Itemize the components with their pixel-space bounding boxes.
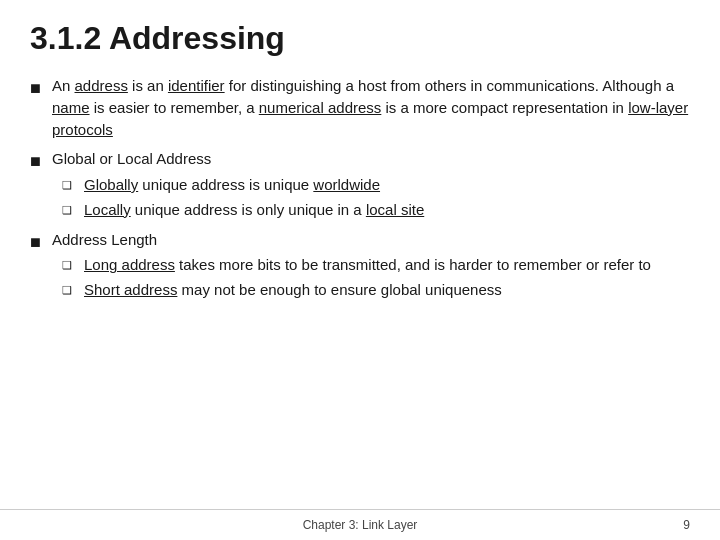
sub-bullet-dot-2-2: ❑: [62, 203, 76, 219]
sub-bullet-3-1: ❑ Long address takes more bits to be tra…: [62, 254, 690, 276]
sub-bullet-text-3-1: Long address takes more bits to be trans…: [84, 254, 690, 276]
sub-bullets-3: ❑ Long address takes more bits to be tra…: [52, 254, 690, 301]
bullet-3-label: Address Length: [52, 231, 157, 248]
sub-bullet-text-3-2: Short address may not be enough to ensur…: [84, 279, 690, 301]
bullet-text-1: An address is an identifier for distingu…: [52, 75, 690, 140]
sub-bullet-text-2-2: Locally unique address is only unique in…: [84, 199, 690, 221]
slide-container: 3.1.2 Addressing ■ An address is an iden…: [0, 0, 720, 540]
sub-bullet-dot-3-2: ❑: [62, 283, 76, 299]
bullet-dot-1: ■: [30, 77, 44, 100]
footer-chapter-label: Chapter 3: Link Layer: [30, 518, 690, 532]
bullet-item-1: ■ An address is an identifier for distin…: [30, 75, 690, 140]
bullet-dot-3: ■: [30, 231, 44, 254]
slide-footer: Chapter 3: Link Layer 9: [0, 509, 720, 540]
content-area: ■ An address is an identifier for distin…: [30, 75, 690, 530]
sub-bullet-3-2: ❑ Short address may not be enough to ens…: [62, 279, 690, 301]
sub-bullet-2-2: ❑ Locally unique address is only unique …: [62, 199, 690, 221]
sub-bullet-2-1: ❑ Globally unique address is unique worl…: [62, 174, 690, 196]
bullet-item-2: ■ Global or Local Address ❑ Globally uni…: [30, 148, 690, 220]
bullet-text-2: Global or Local Address ❑ Globally uniqu…: [52, 148, 690, 220]
bullet-dot-2: ■: [30, 150, 44, 173]
bullet-2-label: Global or Local Address: [52, 150, 211, 167]
sub-bullet-dot-3-1: ❑: [62, 258, 76, 274]
footer-page-number: 9: [683, 518, 690, 532]
sub-bullets-2: ❑ Globally unique address is unique worl…: [52, 174, 690, 221]
bullet-item-3: ■ Address Length ❑ Long address takes mo…: [30, 229, 690, 301]
bullet-text-3: Address Length ❑ Long address takes more…: [52, 229, 690, 301]
sub-bullet-dot-2-1: ❑: [62, 178, 76, 194]
sub-bullet-text-2-1: Globally unique address is unique worldw…: [84, 174, 690, 196]
slide-title: 3.1.2 Addressing: [30, 20, 690, 57]
